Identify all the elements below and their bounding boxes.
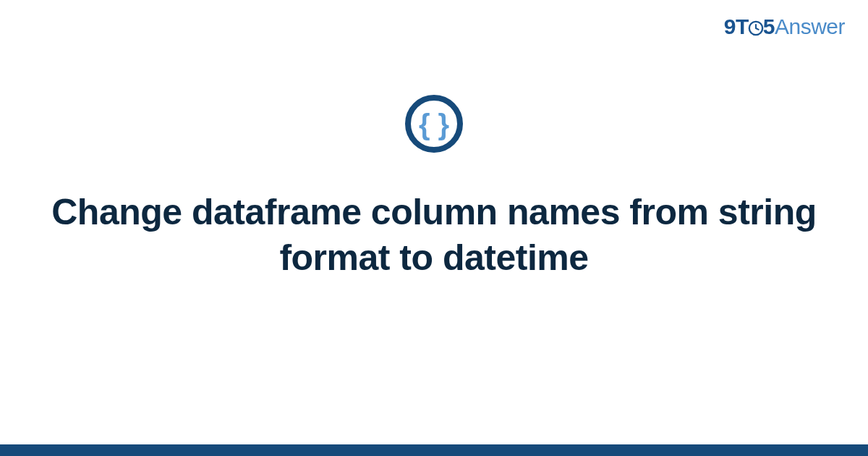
page-title: Change dataframe column names from strin… (0, 190, 868, 280)
brand-prefix: 9T (724, 14, 749, 38)
brand-clock-o (749, 14, 763, 39)
bottom-accent-bar (0, 444, 868, 456)
brand-logo[interactable]: 9T5Answer (724, 14, 845, 39)
svg-text:{ }: { } (419, 109, 449, 140)
brand-suffix: Answer (775, 14, 845, 38)
clock-icon (748, 20, 764, 36)
svg-line-2 (756, 28, 759, 30)
braces-badge-svg: { } (404, 94, 464, 153)
brand-five: 5 (763, 14, 775, 38)
code-braces-icon: { } (404, 94, 464, 153)
